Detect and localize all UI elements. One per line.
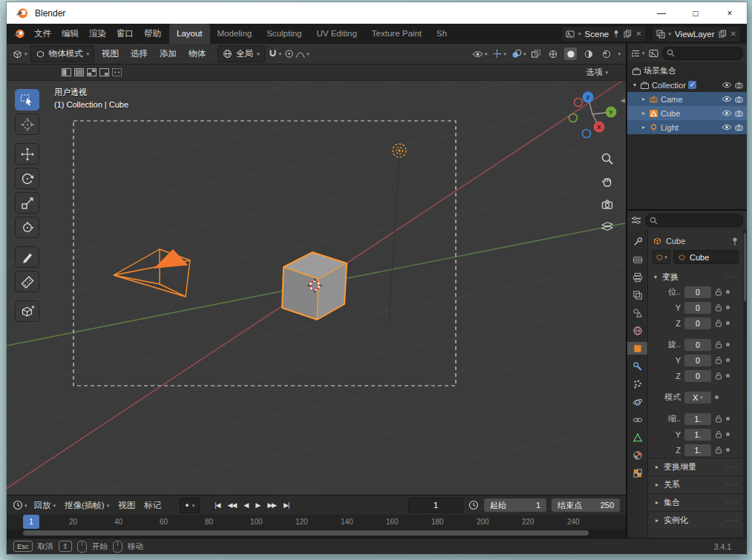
properties-search-field[interactable] xyxy=(645,214,743,227)
transform-panel-header[interactable]: ▾ 变换 ···· xyxy=(653,269,739,284)
lock-icon[interactable] xyxy=(715,446,722,454)
tab-scene[interactable] xyxy=(627,306,647,319)
location-y-field[interactable]: 0 xyxy=(684,302,711,314)
tab-material[interactable] xyxy=(627,449,647,461)
play-button[interactable]: ▶ xyxy=(252,500,263,510)
auto-key-button[interactable]: ● ▾ xyxy=(180,498,200,513)
next-keyframe-button[interactable]: ▶▶ xyxy=(264,500,279,510)
id-type-button[interactable]: ▾ xyxy=(653,250,670,264)
scale-y-field[interactable]: 1. xyxy=(684,429,711,441)
shading-rendered-button[interactable] xyxy=(600,47,612,60)
current-frame-field[interactable]: 1 xyxy=(408,498,463,513)
viewport-3d[interactable]: 用户透视 (1) Collection | Cube xyxy=(7,81,626,495)
region-toggle-icon[interactable] xyxy=(87,68,97,76)
lock-icon[interactable] xyxy=(715,303,722,312)
rotation-z-field[interactable]: 0 xyxy=(684,370,711,382)
animate-dot-icon[interactable] xyxy=(726,290,730,294)
frame-start-field[interactable]: 起始 1 xyxy=(484,498,546,512)
gizmos-button[interactable]: ▾ xyxy=(492,49,506,59)
zoom-icon[interactable] xyxy=(601,152,614,165)
animate-dot-icon[interactable] xyxy=(726,374,730,378)
timeline-scrollbar[interactable] xyxy=(23,530,589,536)
panel-grip-icon[interactable]: ···· xyxy=(726,498,739,507)
options-dropdown[interactable]: 选项 ▾ xyxy=(586,67,608,78)
proportional-edit-toggle[interactable]: ▾ xyxy=(284,49,310,59)
tab-object-data[interactable] xyxy=(627,431,647,444)
tab-view-layer[interactable] xyxy=(627,289,647,301)
section-relations[interactable]: ▸ 关系 ···· xyxy=(648,475,743,493)
menu-view[interactable]: 视图 xyxy=(97,48,123,59)
minimize-button[interactable]: — xyxy=(644,2,679,24)
scale-z-field[interactable]: 1. xyxy=(684,444,711,456)
animate-dot-icon[interactable] xyxy=(715,395,719,399)
tab-render[interactable] xyxy=(627,253,647,266)
jump-to-start-button[interactable]: |◀ xyxy=(212,500,223,510)
xray-toggle[interactable] xyxy=(531,49,541,59)
tab-sculpting[interactable]: Sculpting xyxy=(259,24,309,44)
menu-markers[interactable]: 标记 xyxy=(142,500,163,511)
disable-render-camera-icon[interactable] xyxy=(734,81,744,89)
hide-eye-icon[interactable] xyxy=(722,96,732,102)
region-toggle-icon[interactable] xyxy=(99,68,109,76)
remove-view-layer-icon[interactable]: ✕ xyxy=(730,30,736,38)
axis-y-negative[interactable] xyxy=(569,114,578,122)
snap-toggle[interactable]: ▾ xyxy=(268,49,282,59)
rotation-mode-dropdown[interactable]: X ▾ xyxy=(684,392,711,403)
expand-arrow-icon[interactable]: ▸ xyxy=(641,96,647,102)
view-layer-selector[interactable]: ▾ ViewLayer ✕ xyxy=(652,26,741,42)
menu-view-timeline[interactable]: 视图 xyxy=(116,500,137,511)
tab-texture[interactable] xyxy=(627,467,647,479)
properties-scrollbar[interactable] xyxy=(743,230,747,538)
tab-texture-paint[interactable]: Texture Paint xyxy=(364,24,429,44)
region-toggle-icon[interactable] xyxy=(74,68,84,76)
select-box-tool[interactable] xyxy=(15,89,39,111)
new-view-layer-icon[interactable] xyxy=(719,30,727,38)
move-tool[interactable] xyxy=(15,143,39,165)
annotate-tool[interactable] xyxy=(15,246,39,268)
measure-tool[interactable] xyxy=(15,271,39,292)
menu-add[interactable]: 添加 xyxy=(155,48,181,59)
navigation-gizmo[interactable]: Z Y X xyxy=(568,90,618,140)
tab-modifiers[interactable] xyxy=(627,360,647,372)
outliner-row-scene-collection[interactable]: 场景集合 xyxy=(627,64,747,78)
tab-particles[interactable] xyxy=(627,378,647,390)
disable-render-camera-icon[interactable] xyxy=(734,123,744,131)
tab-world[interactable] xyxy=(627,324,647,337)
frame-end-field[interactable]: 结束点 250 xyxy=(552,498,620,512)
menu-edit[interactable]: 编辑 xyxy=(56,24,84,44)
animate-dot-icon[interactable] xyxy=(726,343,730,346)
camera-view-icon[interactable] xyxy=(601,198,614,210)
disable-render-camera-icon[interactable] xyxy=(734,109,744,117)
pan-hand-icon[interactable] xyxy=(601,175,614,188)
menu-render[interactable]: 渲染 xyxy=(84,24,111,44)
use-preview-range-icon[interactable] xyxy=(468,500,479,510)
overlays-button[interactable]: ▾ xyxy=(511,49,526,59)
animate-dot-icon[interactable] xyxy=(726,358,730,362)
hide-eye-icon[interactable] xyxy=(722,110,732,116)
animate-dot-icon[interactable] xyxy=(726,432,730,436)
section-collections[interactable]: ▸ 集合 ···· xyxy=(648,493,743,511)
lock-icon[interactable] xyxy=(715,372,722,380)
outliner-row-cube[interactable]: ▸ Cube xyxy=(627,106,747,120)
region-toggle-icon[interactable] xyxy=(62,68,71,76)
tab-layout[interactable]: Layout xyxy=(169,24,210,44)
tab-constraints[interactable] xyxy=(627,413,647,426)
add-primitive-tool[interactable] xyxy=(15,300,39,322)
outliner-row-light[interactable]: ▸ Light xyxy=(627,120,747,134)
animate-dot-icon[interactable] xyxy=(726,321,730,325)
unlink-scene-icon[interactable]: ✕ xyxy=(635,30,641,38)
jump-to-end-button[interactable]: ▶| xyxy=(281,500,292,510)
mode-selector[interactable]: 物体模式 ▾ xyxy=(30,45,95,62)
shading-solid-button[interactable] xyxy=(564,47,577,60)
menu-help[interactable]: 帮助 xyxy=(139,24,166,44)
panel-grip-icon[interactable]: ···· xyxy=(726,463,739,471)
menu-playback[interactable]: 回放▾ xyxy=(32,500,59,511)
lock-icon[interactable] xyxy=(715,415,722,423)
collapse-region-icon[interactable]: ◀ xyxy=(621,97,625,104)
lock-icon[interactable] xyxy=(715,430,722,438)
pin-icon[interactable] xyxy=(612,30,620,38)
axis-z-negative[interactable] xyxy=(583,130,591,138)
orthographic-toggle-icon[interactable] xyxy=(601,220,614,232)
menu-file[interactable]: 文件 xyxy=(29,24,56,44)
pin-icon[interactable] xyxy=(731,237,739,246)
